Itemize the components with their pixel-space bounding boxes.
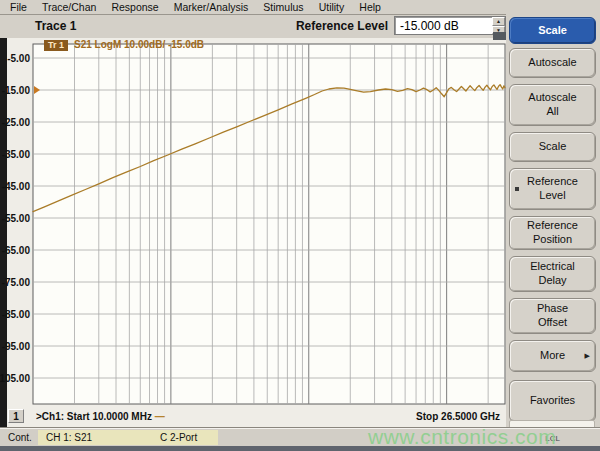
menu-trace-chan[interactable]: Trace/Chan (42, 1, 96, 13)
menu-marker-analysis[interactable]: Marker/Analysis (174, 1, 249, 13)
submenu-arrow-icon: ▶ (585, 352, 590, 361)
lcl-status: LCL (545, 434, 560, 443)
softkey-reference-position[interactable]: Reference Position (509, 216, 596, 250)
menu-file[interactable]: File (10, 1, 27, 13)
y-axis-label: -55.00 (2, 213, 31, 224)
graticule (33, 44, 505, 404)
trace-badge[interactable]: Tr 1 (44, 40, 68, 51)
start-text: >Ch1: Start 10.0000 MHz (36, 411, 152, 422)
status-bar: Cont. CH 1: S21 C 2-Port LCL (0, 427, 600, 447)
softkey-scale[interactable]: Scale (509, 17, 596, 44)
sweep-stop-label: Stop 26.5000 GHz (300, 411, 500, 422)
selected-bullet-icon (515, 187, 519, 191)
y-axis-label: -25.00 (2, 117, 31, 128)
softkey-autoscale-all[interactable]: Autoscale All (509, 84, 596, 126)
softkey-scale[interactable]: Scale (509, 132, 596, 162)
softkey-favorites[interactable]: Favorites (509, 380, 596, 422)
y-axis-label: -15.00 (2, 85, 31, 96)
menu-stimulus[interactable]: Stimulus (263, 1, 303, 13)
y-axis-label: -5.00 (7, 53, 30, 64)
sweep-start-label: >Ch1: Start 10.0000 MHz — (36, 411, 164, 422)
window-bottom-edge (0, 446, 600, 451)
trace-color-dash-icon: — (155, 411, 164, 422)
y-axis-label: -65.00 (2, 245, 31, 256)
softkey-reference-level[interactable]: Reference Level (509, 168, 596, 210)
reference-level-label: Reference Level (0, 19, 388, 33)
y-axis-label: -35.00 (2, 149, 31, 160)
softkey-electrical-delay[interactable]: Electrical Delay (509, 256, 596, 292)
y-axis-label: -45.00 (2, 181, 31, 192)
menu-help[interactable]: Help (359, 1, 381, 13)
softkey-phase-offset[interactable]: Phase Offset (509, 298, 596, 334)
softkey-autoscale[interactable]: Autoscale (509, 48, 596, 78)
reference-level-input[interactable]: -15.000 dB ▲▼ (394, 16, 506, 35)
trace-legend-text: S21 LogM 10.00dB/ -15.0dB (74, 39, 204, 50)
y-axis-label: -95.00 (2, 341, 31, 352)
softkey-more[interactable]: More▶ (509, 340, 596, 372)
channel-status: CH 1: S21 (46, 432, 92, 443)
plot-area: -5.00-15.00-25.00-35.00-45.00-55.00-65.0… (0, 38, 508, 427)
softkey-sidebar: ScaleAutoscaleAutoscale AllScaleReferenc… (506, 0, 600, 451)
y-axis-label: -75.00 (2, 277, 31, 288)
y-axis-label: -85.00 (2, 309, 31, 320)
trace-legend: Tr 1S21 LogM 10.00dB/ -15.0dB (44, 39, 204, 51)
reference-level-value: -15.000 dB (400, 19, 459, 33)
correction-status: C 2-Port (160, 432, 197, 443)
y-axis-label: -105.00 (0, 373, 30, 384)
reference-level-marker-icon (34, 86, 40, 94)
spinner-up-button[interactable]: ▲ (492, 17, 505, 26)
menu-utility[interactable]: Utility (319, 1, 345, 13)
menu-response[interactable]: Response (111, 1, 158, 13)
channel-number-box[interactable]: 1 (8, 409, 24, 423)
sweep-mode-status: Cont. (8, 432, 32, 443)
